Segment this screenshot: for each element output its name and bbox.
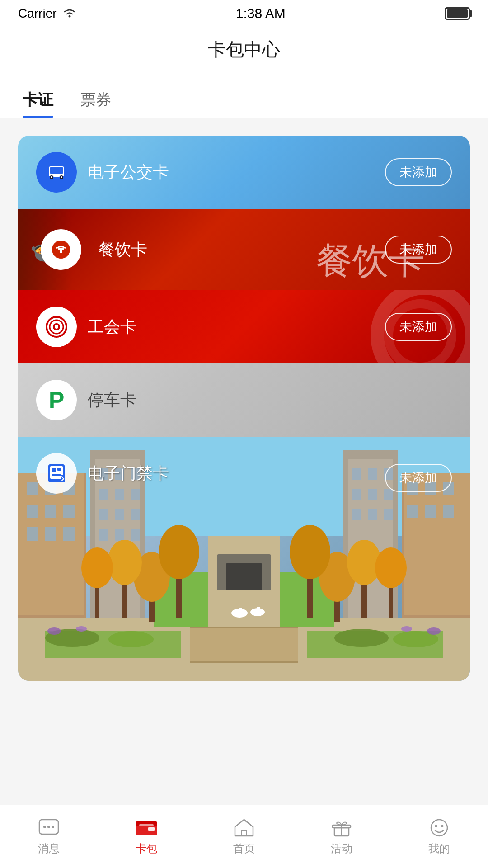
dining-not-added-btn[interactable]: 未添加 xyxy=(385,236,452,264)
union-icon-circle xyxy=(36,307,77,347)
svg-rect-29 xyxy=(63,527,75,541)
svg-point-66 xyxy=(159,525,199,579)
access-not-added-btn[interactable]: 未添加 xyxy=(385,464,452,492)
main-content: 电子公交卡 未添加 🍲 餐饮卡 餐饮卡 未添加 xyxy=(0,118,488,805)
battery-indicator xyxy=(445,7,470,20)
nav-wallet[interactable]: 卡包 xyxy=(98,818,195,856)
carrier-text: Carrier xyxy=(18,6,57,21)
svg-rect-86 xyxy=(190,627,298,628)
svg-point-106 xyxy=(52,826,54,828)
page-header: 卡包中心 xyxy=(0,27,488,72)
svg-point-78 xyxy=(375,547,407,588)
svg-rect-7 xyxy=(53,175,60,177)
access-icon-circle xyxy=(36,453,77,494)
svg-point-105 xyxy=(47,826,50,828)
svg-rect-28 xyxy=(45,527,56,541)
svg-point-95 xyxy=(76,626,87,632)
svg-rect-41 xyxy=(99,529,108,541)
tab-tickets[interactable]: 票券 xyxy=(80,90,111,118)
svg-point-14 xyxy=(55,325,58,329)
status-time: 1:38 AM xyxy=(236,6,286,21)
svg-point-116 xyxy=(435,825,437,827)
svg-rect-39 xyxy=(115,509,124,520)
cards-container: 电子公交卡 未添加 🍲 餐饮卡 餐饮卡 未添加 xyxy=(18,136,470,681)
status-left: Carrier xyxy=(18,6,77,21)
dining-icon xyxy=(50,238,72,261)
svg-rect-51 xyxy=(443,505,454,518)
wallet-icon xyxy=(135,818,158,838)
svg-rect-85 xyxy=(190,627,298,663)
svg-rect-101 xyxy=(57,468,61,471)
parking-icon-circle: P xyxy=(36,380,77,420)
svg-rect-109 xyxy=(139,824,154,826)
bus-not-added-btn[interactable]: 未添加 xyxy=(385,158,452,186)
svg-point-6 xyxy=(61,176,62,178)
smile-icon xyxy=(428,818,450,838)
card-union: 工会卡 未添加 xyxy=(18,290,470,363)
svg-rect-55 xyxy=(368,468,377,480)
nav-activities[interactable]: 活动 xyxy=(293,818,390,856)
parking-p-icon: P xyxy=(49,387,65,414)
card-access: 电子门禁卡 未添加 xyxy=(18,437,470,681)
svg-rect-99 xyxy=(50,466,63,479)
svg-rect-59 xyxy=(384,489,393,500)
svg-rect-102 xyxy=(52,474,61,476)
access-card-header: 电子门禁卡 xyxy=(36,453,169,494)
svg-rect-80 xyxy=(226,563,262,590)
nav-mine[interactable]: 我的 xyxy=(390,818,488,856)
bus-card-label: 电子公交卡 xyxy=(88,161,169,184)
dining-icon-circle xyxy=(41,229,81,270)
nav-messages-label: 消息 xyxy=(38,841,60,856)
nav-home-label: 首页 xyxy=(233,841,255,856)
svg-rect-38 xyxy=(99,509,108,520)
svg-point-91 xyxy=(108,631,154,647)
tab-cards[interactable]: 卡证 xyxy=(23,90,53,118)
svg-rect-60 xyxy=(352,509,361,520)
svg-point-76 xyxy=(81,547,113,588)
status-bar: Carrier 1:38 AM xyxy=(0,0,488,27)
nav-mine-label: 我的 xyxy=(428,841,450,856)
bus-icon-circle xyxy=(36,152,77,193)
access-icon xyxy=(45,462,68,485)
nav-activities-label: 活动 xyxy=(331,841,352,856)
svg-rect-10 xyxy=(60,250,62,253)
union-card-label: 工会卡 xyxy=(88,316,136,338)
svg-point-117 xyxy=(441,825,444,827)
svg-rect-26 xyxy=(63,505,75,518)
svg-rect-100 xyxy=(52,468,56,472)
svg-point-94 xyxy=(47,627,61,635)
svg-rect-58 xyxy=(368,489,377,500)
svg-point-115 xyxy=(431,820,447,836)
svg-rect-57 xyxy=(352,489,361,500)
svg-rect-84 xyxy=(257,607,260,614)
svg-rect-82 xyxy=(239,608,242,616)
svg-rect-110 xyxy=(148,827,155,831)
page-title: 卡包中心 xyxy=(208,37,280,62)
union-icon xyxy=(43,313,70,340)
access-card-label: 电子门禁卡 xyxy=(88,462,169,485)
home-icon xyxy=(233,818,255,838)
gift-icon xyxy=(331,818,352,838)
svg-rect-62 xyxy=(384,509,393,520)
bus-icon xyxy=(45,161,68,184)
svg-point-92 xyxy=(334,629,389,647)
card-parking: P 停车卡 xyxy=(18,363,470,437)
union-not-added-btn[interactable]: 未添加 xyxy=(385,313,452,341)
svg-rect-42 xyxy=(115,529,124,541)
card-bus: 电子公交卡 未添加 xyxy=(18,136,470,209)
svg-rect-61 xyxy=(368,509,377,520)
svg-point-68 xyxy=(108,540,142,585)
nav-messages[interactable]: 消息 xyxy=(0,818,98,856)
svg-rect-49 xyxy=(407,505,418,518)
svg-rect-111 xyxy=(241,830,247,836)
svg-point-104 xyxy=(43,826,46,828)
card-dining: 🍲 餐饮卡 餐饮卡 未添加 xyxy=(18,209,470,290)
parking-card-label: 停车卡 xyxy=(88,389,136,411)
svg-rect-2 xyxy=(50,167,63,174)
svg-point-0 xyxy=(68,15,70,17)
nav-home[interactable]: 首页 xyxy=(195,818,293,856)
svg-rect-40 xyxy=(131,509,140,520)
svg-rect-87 xyxy=(190,661,298,663)
svg-point-97 xyxy=(401,626,412,632)
dining-card-label: 餐饮卡 xyxy=(99,239,147,261)
